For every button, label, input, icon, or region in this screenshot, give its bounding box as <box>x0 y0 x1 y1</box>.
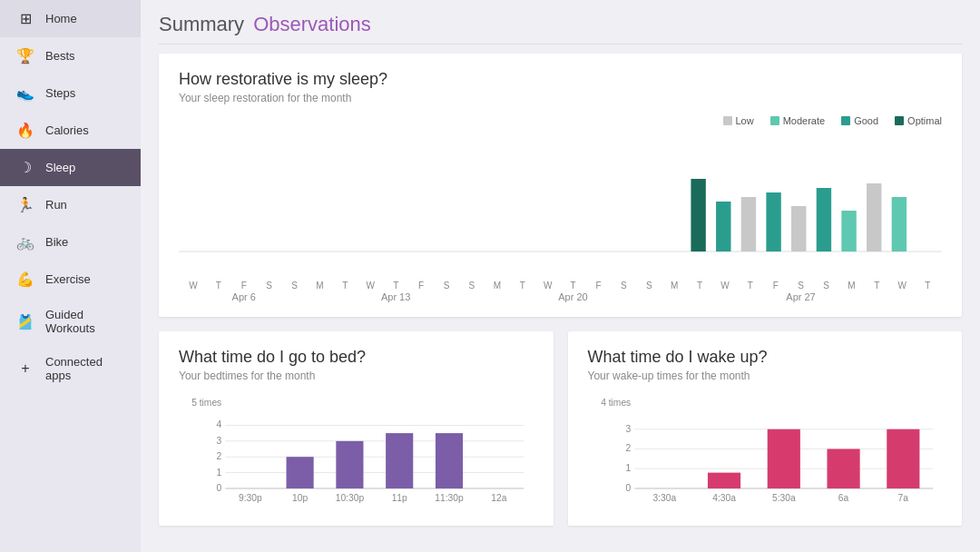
sidebar-item-home[interactable]: ⊞Home <box>0 0 141 37</box>
sidebar-label-steps: Steps <box>45 86 75 100</box>
svg-text:10p: 10p <box>292 493 308 503</box>
sleep-x-label: W <box>358 281 383 291</box>
svg-text:3:30a: 3:30a <box>652 493 676 503</box>
sleep-x-label: T <box>738 281 763 291</box>
bedtime-chart: 5 times432109:30p10p10:30p11p11:30p12a <box>179 393 534 511</box>
svg-text:2: 2 <box>625 444 631 454</box>
sidebar-item-steps[interactable]: 👟Steps <box>0 74 141 112</box>
sleep-legend: LowModerateGoodOptimal <box>179 115 942 126</box>
sidebar-label-exercise: Exercise <box>45 272 91 286</box>
svg-text:3: 3 <box>625 424 631 434</box>
sleep-x-label: T <box>332 281 358 291</box>
sleep-chart <box>179 133 942 279</box>
svg-text:9:30p: 9:30p <box>239 493 262 503</box>
sidebar-item-guided[interactable]: 🎽Guided Workouts <box>0 298 141 345</box>
sleep-x-label: F <box>231 281 257 291</box>
sidebar-label-bests: Bests <box>45 49 75 63</box>
svg-rect-4 <box>766 192 780 251</box>
svg-text:4 times: 4 times <box>601 398 631 408</box>
sidebar-label-connected: Connected apps <box>45 355 124 382</box>
sleep-x-label: T <box>206 281 231 291</box>
sleep-x-label: S <box>257 281 282 291</box>
svg-text:5:30a: 5:30a <box>771 493 795 503</box>
calories-icon: 🔥 <box>16 122 34 139</box>
sleep-x-label: M <box>485 281 510 291</box>
svg-text:12a: 12a <box>491 493 506 503</box>
svg-text:10:30p: 10:30p <box>336 493 365 503</box>
svg-rect-29 <box>336 441 363 488</box>
sleep-x-label: F <box>763 281 789 291</box>
bike-icon: 🚲 <box>16 233 34 251</box>
sleep-x-label: M <box>839 281 865 291</box>
svg-rect-5 <box>791 206 806 251</box>
sleep-x-label: S <box>282 281 308 291</box>
home-icon: ⊞ <box>16 10 34 27</box>
svg-rect-1 <box>691 179 705 251</box>
svg-rect-8 <box>867 183 881 251</box>
sidebar-item-exercise[interactable]: 💪Exercise <box>0 261 141 298</box>
svg-text:4: 4 <box>217 420 222 430</box>
guided-icon: 🎽 <box>16 313 34 330</box>
sleep-x-label: T <box>510 281 535 291</box>
sleep-icon: ☽ <box>16 159 34 176</box>
sleep-x-label: T <box>687 281 712 291</box>
sidebar-item-run[interactable]: 🏃Run <box>0 186 141 223</box>
sleep-x-label: S <box>459 281 485 291</box>
svg-rect-3 <box>741 197 756 251</box>
sleep-x-label: S <box>789 281 814 291</box>
sidebar-label-home: Home <box>45 12 77 25</box>
sleep-x-label: W <box>535 281 561 291</box>
svg-rect-31 <box>436 433 463 488</box>
sleep-x-label: M <box>662 281 687 291</box>
sleep-x-label: W <box>181 281 206 291</box>
svg-rect-50 <box>887 429 919 488</box>
legend-label-moderate: Moderate <box>783 115 825 126</box>
svg-rect-2 <box>716 202 730 251</box>
svg-rect-28 <box>287 457 314 488</box>
sleep-card-title: How restorative is my sleep? <box>179 70 942 89</box>
svg-rect-7 <box>841 211 856 251</box>
steps-icon: 👟 <box>16 84 34 102</box>
svg-text:4:30a: 4:30a <box>712 493 736 503</box>
sleep-x-label: F <box>408 281 434 291</box>
legend-label-good: Good <box>854 115 878 126</box>
main-content: Summary Observations How restorative is … <box>141 0 980 552</box>
legend-item-good: Good <box>841 115 878 126</box>
sleep-x-label: W <box>889 281 915 291</box>
legend-item-moderate: Moderate <box>770 115 825 126</box>
connected-icon: + <box>16 360 34 377</box>
summary-label: Summary <box>159 13 244 36</box>
bedtime-subtitle: Your bedtimes for the month <box>179 370 534 382</box>
observations-label: Observations <box>253 13 371 36</box>
legend-label-low: Low <box>736 115 754 126</box>
svg-text:6a: 6a <box>838 493 848 503</box>
sleep-x-label: F <box>586 281 612 291</box>
sleep-card-subtitle: Your sleep restoration for the month <box>179 92 942 104</box>
svg-rect-49 <box>827 449 859 489</box>
sidebar-label-guided: Guided Workouts <box>45 308 124 335</box>
sleep-restoration-card: How restorative is my sleep? Your sleep … <box>159 54 962 317</box>
sidebar-item-bests[interactable]: 🏆Bests <box>0 37 141 74</box>
sleep-week-label: Apr 6 <box>181 291 308 302</box>
sidebar-item-calories[interactable]: 🔥Calories <box>0 112 141 149</box>
sidebar-label-sleep: Sleep <box>45 161 75 174</box>
bottom-row: What time do I go to bed? Your bedtimes … <box>159 331 962 526</box>
legend-label-optimal: Optimal <box>907 115 942 126</box>
sidebar-item-sleep[interactable]: ☽Sleep <box>0 149 141 186</box>
legend-dot-moderate <box>770 116 779 125</box>
svg-rect-6 <box>817 188 831 251</box>
sleep-x-label: T <box>915 281 940 291</box>
run-icon: 🏃 <box>16 196 34 213</box>
wakeup-subtitle: Your wake-up times for the month <box>588 370 943 382</box>
page-header: Summary Observations <box>159 13 962 44</box>
svg-rect-30 <box>386 433 413 488</box>
svg-text:11p: 11p <box>392 493 407 503</box>
svg-text:1: 1 <box>625 463 631 473</box>
wakeup-title: What time do I wake up? <box>588 348 943 367</box>
sidebar-item-bike[interactable]: 🚲Bike <box>0 223 141 261</box>
bedtime-card: What time do I go to bed? Your bedtimes … <box>159 331 554 526</box>
sleep-x-label: S <box>434 281 459 291</box>
sidebar-item-connected[interactable]: +Connected apps <box>0 345 141 392</box>
bedtime-title: What time do I go to bed? <box>179 348 534 367</box>
svg-text:2: 2 <box>217 451 222 461</box>
